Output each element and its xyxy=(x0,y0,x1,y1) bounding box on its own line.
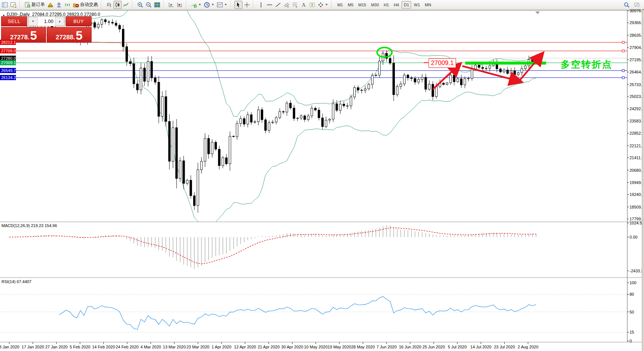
channel-button[interactable]: E xyxy=(283,1,291,9)
toolbar-separator xyxy=(163,1,166,9)
search-button[interactable] xyxy=(622,1,631,9)
date-axis-label: 23 Jul 2020 xyxy=(494,345,515,349)
indicators-button[interactable]: ▼ xyxy=(190,1,202,9)
timeframe-d1-button[interactable]: D1 xyxy=(402,1,411,9)
rsi-axis-label: 80 xyxy=(630,292,634,296)
autotrade-button[interactable]: 自动交易 xyxy=(72,1,99,9)
dropdown-caret-icon[interactable]: ▼ xyxy=(325,3,328,6)
signals-button[interactable] xyxy=(63,1,72,9)
sell-button[interactable]: SELL xyxy=(1,16,27,26)
channel-icon: E xyxy=(284,2,290,8)
horizontal-line-icon xyxy=(267,2,273,8)
date-axis-label: 2 Aug 2020 xyxy=(518,345,538,349)
line-handle[interactable] xyxy=(622,41,624,43)
price-callout-label[interactable]: 27009.1 xyxy=(429,58,456,68)
autotrade-icon xyxy=(73,2,79,8)
rsi-value: 67.4407 xyxy=(17,279,32,284)
chart-plot[interactable] xyxy=(0,10,644,351)
date-axis-label: 8 Jan 2020 xyxy=(0,345,19,349)
cursor-button[interactable] xyxy=(234,1,242,9)
volume-decrease-button[interactable]: ▼ xyxy=(29,17,37,26)
rsi-axis-label: 50 xyxy=(630,310,634,314)
data-window-icon xyxy=(10,2,16,8)
dropdown-caret-icon[interactable]: ▼ xyxy=(198,3,201,6)
text-label-icon: T xyxy=(309,2,315,8)
toolbar-separator xyxy=(331,1,334,9)
zoom-in-icon xyxy=(137,2,143,8)
volume-input[interactable] xyxy=(38,17,55,26)
date-axis-label: 30 Apr 2020 xyxy=(281,345,303,349)
line-handle[interactable] xyxy=(622,50,624,52)
strategy-tester-icon xyxy=(56,2,62,8)
line-handle[interactable] xyxy=(622,76,624,79)
date-axis-label: 10 May 2020 xyxy=(304,345,328,349)
bar-chart-button[interactable] xyxy=(105,1,113,9)
text-button[interactable]: A xyxy=(300,1,308,9)
volume-increase-button[interactable]: ▲ xyxy=(55,17,64,26)
data-window-button[interactable] xyxy=(9,1,17,9)
date-axis-label: 17 Jan 2020 xyxy=(22,345,44,349)
zoom-in-button[interactable] xyxy=(136,1,144,9)
dropdown-caret-icon[interactable]: ▼ xyxy=(224,3,227,6)
timeframe-m5-button[interactable]: M5 xyxy=(346,1,356,9)
templates-button[interactable]: ▼ xyxy=(216,1,228,9)
periods-button[interactable]: ▼ xyxy=(203,1,215,9)
svg-text:T: T xyxy=(311,3,313,7)
horizontal-line-button[interactable] xyxy=(265,1,274,9)
line-chart-icon xyxy=(123,2,129,8)
chat-button[interactable] xyxy=(633,1,641,9)
date-axis-label: 4 Mar 2020 xyxy=(141,345,161,349)
timeframe-m30-button[interactable]: M30 xyxy=(369,1,381,9)
bar-chart-icon xyxy=(106,2,112,8)
timeframe-h1-button[interactable]: H1 xyxy=(382,1,391,9)
vertical-line-button[interactable] xyxy=(257,1,265,9)
rsi-axis-label: 100 xyxy=(630,281,636,285)
toolbar-separator xyxy=(132,1,135,9)
templates-icon xyxy=(217,2,223,8)
zoom-out-button[interactable] xyxy=(145,1,153,9)
search-icon xyxy=(624,2,630,8)
strategy-tester-button[interactable] xyxy=(55,1,63,9)
chart-shift-marker[interactable] xyxy=(535,12,540,14)
date-axis-label: 25 Jun 2020 xyxy=(423,345,445,349)
main-toolbar: 新订单自动交易▼▼▼EFAT▼M1M5M15M30H1H4D1W1MN xyxy=(0,0,644,10)
rsi-axis-label: 15 xyxy=(630,330,634,334)
history-center-button[interactable] xyxy=(46,1,55,9)
line-chart-button[interactable] xyxy=(122,1,130,9)
market-watch-button[interactable] xyxy=(1,1,9,9)
turning-point-text[interactable]: 多空转折点 xyxy=(561,58,612,70)
auto-scroll-button[interactable] xyxy=(167,1,175,9)
price-axis-badge: 26549.7 xyxy=(0,68,16,73)
dropdown-caret-icon[interactable]: ▼ xyxy=(211,3,214,6)
text-label-button[interactable]: T xyxy=(308,1,316,9)
svg-text:F: F xyxy=(296,6,297,8)
timeframe-mn-button[interactable]: MN xyxy=(423,1,433,9)
one-click-trading-panel: SELL ▼ ▲ BUY 27278.5 27288.5 xyxy=(1,16,92,43)
tile-windows-icon xyxy=(154,2,160,8)
macd-signal-line xyxy=(9,228,536,264)
buy-button[interactable]: BUY xyxy=(66,16,92,26)
tile-windows-button[interactable] xyxy=(153,1,161,9)
volume-box: ▼ ▲ xyxy=(28,16,65,26)
fibonacci-button[interactable]: F xyxy=(291,1,299,9)
mt4-window: { "toolbar": { "new_order_label": "新订单",… xyxy=(0,0,644,351)
toolbar-separator xyxy=(19,1,22,9)
svg-text:A: A xyxy=(302,2,306,8)
chart-shift-button[interactable] xyxy=(176,1,184,9)
timeframe-h4-button[interactable]: H4 xyxy=(392,1,401,9)
toolbar-right-group xyxy=(622,1,643,9)
candlestick-button[interactable] xyxy=(113,1,122,9)
arrows-icon xyxy=(318,2,324,8)
trendline-button[interactable] xyxy=(274,1,282,9)
timeframe-m1-button[interactable]: M1 xyxy=(335,1,345,9)
auto-scroll-icon xyxy=(168,2,174,8)
rsi-line xyxy=(59,296,536,329)
buy-price[interactable]: 27288.5 xyxy=(47,27,92,43)
crosshair-button[interactable] xyxy=(243,1,251,9)
arrows-button[interactable]: ▼ xyxy=(317,1,329,9)
timeframe-w1-button[interactable]: W1 xyxy=(412,1,422,9)
line-handle[interactable] xyxy=(622,69,624,72)
new-order-button[interactable]: 新订单 xyxy=(23,1,46,9)
timeframe-m15-button[interactable]: M15 xyxy=(356,1,368,9)
fibonacci-icon: F xyxy=(292,2,298,8)
